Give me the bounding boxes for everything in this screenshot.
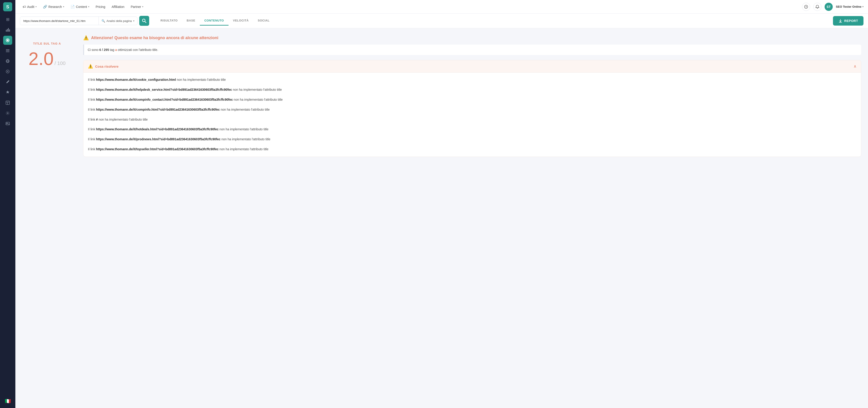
info-prefix: Ci sono bbox=[88, 48, 99, 52]
content-icon: 📄 bbox=[70, 5, 75, 9]
link-item: Il link https://www.thomann.de/it/helpde… bbox=[88, 87, 857, 92]
link-item: Il link https://www.thomann.de/it/prodne… bbox=[88, 137, 857, 142]
partner-chevron-icon: ▾ bbox=[142, 5, 143, 8]
sidebar-item-globe[interactable] bbox=[3, 57, 12, 66]
nav-audit-label: Audit bbox=[27, 5, 34, 9]
tab-nav: RISULTATO BASE CONTENUTO VELOCITÀ SOCIAL bbox=[156, 16, 274, 26]
svg-rect-3 bbox=[9, 29, 10, 32]
url-bar-area: 🔍 Analisi della pagina ▾ RISULTATO BASE … bbox=[16, 13, 868, 28]
nav-research-label: Research bbox=[49, 5, 62, 9]
nav-item-affiliation[interactable]: Affiliation bbox=[109, 4, 127, 10]
svg-line-22 bbox=[145, 22, 147, 23]
cosa-chevron-icon: ∧ bbox=[854, 64, 857, 69]
svg-text:?: ? bbox=[805, 5, 807, 8]
report-button[interactable]: REPORT bbox=[833, 16, 864, 26]
nav-item-pricing[interactable]: Pricing bbox=[93, 4, 108, 10]
warning-triangle-icon: ⚠️ bbox=[83, 35, 89, 40]
audit-chevron-icon: ▾ bbox=[35, 5, 37, 8]
nav-item-partner[interactable]: Partner ▾ bbox=[128, 4, 146, 10]
svg-rect-2 bbox=[8, 28, 9, 32]
link-item: Il link https://www.thomann.de/it/compin… bbox=[88, 107, 857, 113]
warning-banner: ⚠️ Attenzione! Questo esame ha bisogno a… bbox=[83, 35, 861, 40]
research-chevron-icon: ▾ bbox=[63, 5, 64, 8]
sidebar-item-list[interactable] bbox=[3, 46, 12, 55]
info-middle: tag bbox=[109, 48, 115, 52]
svg-rect-13 bbox=[6, 101, 9, 105]
cosa-risolvere-header[interactable]: ⚠️ Cosa risolvere ∧ bbox=[84, 60, 861, 72]
user-chevron-icon: ▾ bbox=[862, 5, 864, 8]
svg-point-16 bbox=[7, 113, 8, 114]
audit-icon: 🏷 bbox=[23, 5, 26, 9]
cosa-risolvere-title: Cosa risolvere bbox=[95, 64, 119, 68]
left-panel: TITLE SUL TAG A 2.0 / 100 bbox=[16, 28, 79, 408]
svg-point-21 bbox=[143, 19, 145, 22]
score-value: 2.0 bbox=[29, 50, 54, 68]
sidebar: S ⊞ 🇮🇹 bbox=[0, 0, 16, 408]
link-item: Il link https://www.thomann.de/it/compin… bbox=[88, 97, 857, 103]
sidebar-item-star[interactable] bbox=[3, 88, 12, 97]
sidebar-item-image[interactable] bbox=[3, 119, 12, 128]
sidebar-flag-italy[interactable]: 🇮🇹 bbox=[3, 397, 12, 406]
content-chevron-icon: ▾ bbox=[88, 5, 89, 8]
sidebar-item-message[interactable] bbox=[3, 67, 12, 76]
sidebar-item-seo[interactable] bbox=[3, 36, 12, 45]
sidebar-item-settings[interactable] bbox=[3, 109, 12, 118]
nav-right: ? ST SEO Tester Online ▾ bbox=[802, 3, 864, 11]
sidebar-logo[interactable]: S bbox=[3, 2, 12, 11]
content-area: TITLE SUL TAG A 2.0 / 100 ⚠️ Attenzione!… bbox=[16, 28, 868, 408]
analysis-icon: 🔍 bbox=[101, 19, 105, 23]
user-avatar[interactable]: ST bbox=[825, 3, 833, 11]
app-layout: S ⊞ 🇮🇹 bbox=[0, 0, 868, 408]
report-label: REPORT bbox=[844, 19, 858, 23]
score-out: / 100 bbox=[55, 60, 66, 66]
analysis-select[interactable]: 🔍 Analisi della pagina ▾ bbox=[99, 18, 137, 24]
info-suffix: ottimizzati con l'attributo title. bbox=[117, 48, 158, 52]
svg-rect-1 bbox=[7, 29, 8, 32]
svg-rect-5 bbox=[6, 51, 9, 51]
tab-base[interactable]: BASE bbox=[182, 16, 200, 26]
cosa-header-left: ⚠️ Cosa risolvere bbox=[88, 64, 119, 69]
url-input[interactable] bbox=[20, 17, 98, 25]
sidebar-item-table[interactable] bbox=[3, 98, 12, 107]
tab-contenuto[interactable]: CONTENUTO bbox=[200, 16, 228, 26]
link-item: Il link https://www.thomann.de/it/topsel… bbox=[88, 147, 857, 152]
svg-rect-0 bbox=[6, 30, 6, 32]
link-item: Il link # non ha implementato l'attribut… bbox=[88, 117, 857, 122]
notification-button[interactable] bbox=[813, 3, 822, 11]
analysis-chevron-icon: ▾ bbox=[133, 20, 134, 22]
cosa-warning-icon: ⚠️ bbox=[88, 64, 93, 69]
link-item: Il link https://www.thomann.de/it/cookie… bbox=[88, 77, 857, 83]
nav-item-content[interactable]: 📄 Content ▾ bbox=[68, 3, 92, 10]
tab-risultato[interactable]: RISULTATO bbox=[156, 16, 182, 26]
nav-partner-label: Partner bbox=[131, 5, 141, 9]
svg-rect-6 bbox=[6, 52, 9, 52]
nav-item-research[interactable]: 🔗 Research ▾ bbox=[40, 3, 67, 10]
score-section: TITLE SUL TAG A 2.0 / 100 bbox=[29, 42, 66, 68]
nav-pricing-label: Pricing bbox=[96, 5, 105, 9]
link-item: Il link https://www.thomann.de/it/hotdea… bbox=[88, 127, 857, 132]
top-nav: 🏷 Audit ▾ 🔗 Research ▾ 📄 Content ▾ Prici… bbox=[16, 0, 868, 13]
right-panel: ⚠️ Attenzione! Questo esame ha bisogno a… bbox=[79, 28, 868, 408]
nav-content-label: Content bbox=[76, 5, 87, 9]
info-line: Ci sono 6 / 295 tag a ottimizzati con l'… bbox=[83, 45, 861, 55]
user-name: SEO Tester Online bbox=[836, 5, 862, 8]
search-button[interactable] bbox=[139, 16, 149, 26]
user-label[interactable]: SEO Tester Online ▾ bbox=[836, 5, 864, 8]
sidebar-item-pencil[interactable] bbox=[3, 78, 12, 86]
research-icon: 🔗 bbox=[43, 5, 47, 9]
url-input-wrap: 🔍 Analisi della pagina ▾ bbox=[20, 17, 137, 25]
svg-rect-4 bbox=[6, 49, 9, 50]
analysis-label: Analisi della pagina bbox=[106, 19, 132, 23]
tab-social[interactable]: SOCIAL bbox=[253, 16, 274, 26]
sidebar-item-dashboard[interactable]: ⊞ bbox=[3, 15, 12, 24]
sidebar-item-chart[interactable] bbox=[3, 25, 12, 34]
tab-velocita[interactable]: VELOCITÀ bbox=[228, 16, 253, 26]
nav-affiliation-label: Affiliation bbox=[112, 5, 125, 9]
info-count: 6 / 295 bbox=[99, 48, 109, 52]
cosa-risolvere-section: ⚠️ Cosa risolvere ∧ Il link https://www.… bbox=[83, 60, 861, 156]
score-display: 2.0 / 100 bbox=[29, 50, 66, 68]
warning-title: Attenzione! Questo esame ha bisogno anco… bbox=[91, 35, 218, 40]
help-button[interactable]: ? bbox=[802, 3, 810, 11]
nav-item-audit[interactable]: 🏷 Audit ▾ bbox=[20, 3, 39, 10]
score-label: TITLE SUL TAG A bbox=[29, 42, 66, 45]
